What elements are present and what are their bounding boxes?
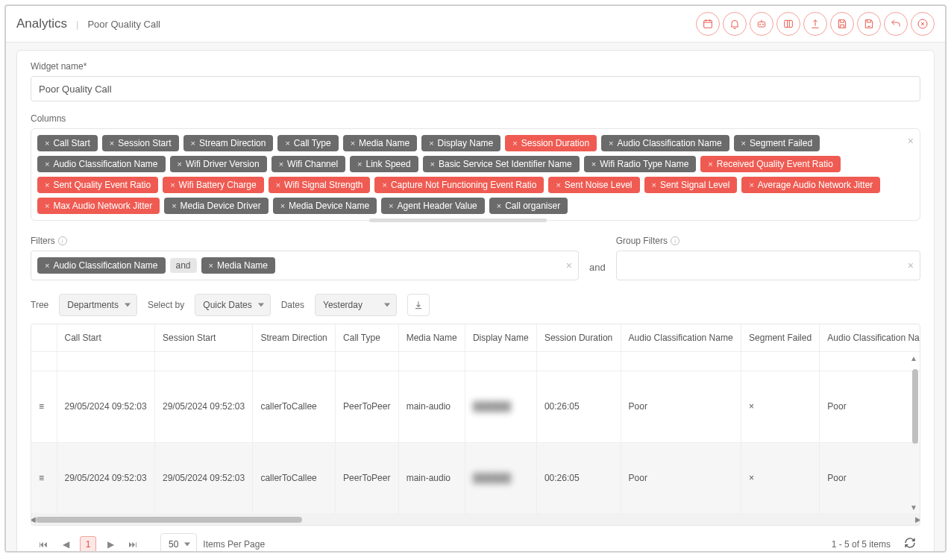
- save-icon[interactable]: [830, 12, 854, 36]
- column-pill[interactable]: ×Average Audio Network Jitter: [741, 177, 880, 193]
- column-header[interactable]: Session Duration: [536, 324, 621, 351]
- column-pill[interactable]: ×Basic Service Set Identifier Name: [423, 156, 580, 172]
- table-row[interactable]: ≡29/05/2024 09:52:0329/05/2024 09:52:03c…: [31, 442, 920, 514]
- bell-icon[interactable]: [723, 12, 747, 36]
- remove-pill-icon[interactable]: ×: [279, 160, 283, 169]
- remove-pill-icon[interactable]: ×: [708, 160, 712, 169]
- widget-name-input[interactable]: [31, 76, 920, 101]
- upload-icon[interactable]: [803, 12, 827, 36]
- remove-pill-icon[interactable]: ×: [285, 139, 289, 148]
- column-filter-cell[interactable]: [465, 351, 536, 371]
- row-drag-handle-icon[interactable]: ≡: [31, 442, 57, 514]
- column-pill[interactable]: ×Call organiser: [489, 198, 568, 214]
- filter-chip[interactable]: ×Media Name: [201, 257, 275, 274]
- column-pill[interactable]: ×Stream Direction: [183, 135, 274, 151]
- remove-pill-icon[interactable]: ×: [430, 160, 435, 169]
- column-header[interactable]: Segment Failed: [741, 324, 820, 351]
- remove-chip-icon[interactable]: ×: [209, 261, 213, 270]
- pager-last-icon[interactable]: ⏭: [125, 536, 141, 552]
- remove-pill-icon[interactable]: ×: [512, 139, 517, 148]
- download-icon[interactable]: [407, 294, 430, 316]
- column-pill[interactable]: ×Max Audio Network Jitter: [37, 198, 160, 214]
- remove-pill-icon[interactable]: ×: [591, 160, 596, 169]
- page-size-select[interactable]: 50: [160, 533, 197, 552]
- pager-next-icon[interactable]: ▶: [102, 536, 119, 552]
- remove-pill-icon[interactable]: ×: [556, 180, 560, 189]
- group-filters-clear-icon[interactable]: ×: [908, 259, 914, 271]
- undo-icon[interactable]: [884, 12, 908, 36]
- filters-clear-icon[interactable]: ×: [566, 259, 572, 271]
- vertical-scrollbar[interactable]: [912, 369, 918, 444]
- column-pill[interactable]: ×Sent Quality Event Ratio: [37, 177, 158, 193]
- column-pill[interactable]: ×Segment Failed: [734, 135, 820, 151]
- column-header[interactable]: Stream Direction: [253, 324, 336, 351]
- close-icon[interactable]: [911, 12, 935, 36]
- save-as-icon[interactable]: [857, 12, 881, 36]
- pager-current-page[interactable]: 1: [80, 536, 96, 552]
- remove-pill-icon[interactable]: ×: [45, 180, 49, 189]
- columns-pillbox[interactable]: × ×Call Start×Session Start×Stream Direc…: [31, 128, 920, 221]
- column-header[interactable]: Call Start: [57, 324, 154, 351]
- column-pill[interactable]: ×Sent Signal Level: [644, 177, 738, 193]
- column-filter-cell[interactable]: [536, 351, 621, 371]
- remove-pill-icon[interactable]: ×: [45, 201, 49, 210]
- column-header[interactable]: Audio Classification Name: [621, 324, 741, 351]
- filters-input[interactable]: ×Audio Classification Nameand×Media Name…: [31, 251, 579, 280]
- remove-pill-icon[interactable]: ×: [652, 180, 656, 189]
- select-by-select[interactable]: Quick Dates: [195, 294, 270, 316]
- robot-icon[interactable]: [750, 12, 773, 36]
- scroll-down-icon[interactable]: ▼: [910, 503, 917, 512]
- remove-pill-icon[interactable]: ×: [429, 139, 433, 148]
- remove-pill-icon[interactable]: ×: [45, 160, 49, 169]
- pillbox-clear-icon[interactable]: ×: [908, 135, 914, 147]
- column-pill[interactable]: ×Session Start: [102, 135, 179, 151]
- refresh-icon[interactable]: [904, 537, 916, 551]
- scroll-up-icon[interactable]: ▲: [910, 354, 917, 362]
- column-filter-cell[interactable]: [57, 351, 154, 371]
- column-pill[interactable]: ×Audio Classification Name: [37, 156, 166, 172]
- column-pill[interactable]: ×Media Name: [343, 135, 417, 151]
- table-row[interactable]: ≡29/05/2024 09:52:0329/05/2024 09:52:03c…: [31, 371, 920, 442]
- remove-pill-icon[interactable]: ×: [497, 201, 501, 210]
- remove-pill-icon[interactable]: ×: [178, 160, 182, 169]
- pager-prev-icon[interactable]: ◀: [57, 536, 74, 552]
- remove-pill-icon[interactable]: ×: [280, 201, 285, 210]
- row-drag-handle-icon[interactable]: ≡: [31, 371, 57, 442]
- column-pill[interactable]: ×Media Device Name: [273, 198, 377, 214]
- column-filter-cell[interactable]: [741, 351, 820, 371]
- tree-select[interactable]: Departments: [59, 294, 137, 316]
- column-pill[interactable]: ×Wifi Battery Charge: [163, 177, 263, 193]
- column-filter-cell[interactable]: [820, 351, 920, 371]
- column-pill[interactable]: ×Sent Noise Level: [548, 177, 639, 193]
- remove-pill-icon[interactable]: ×: [357, 160, 362, 169]
- column-filter-cell[interactable]: [621, 351, 741, 371]
- column-pill[interactable]: ×Call Start: [37, 135, 98, 151]
- column-header[interactable]: Media Name: [398, 324, 465, 351]
- dates-select[interactable]: Yesterday: [315, 294, 397, 316]
- column-pill[interactable]: ×Wifi Channel: [272, 156, 345, 172]
- filter-chip[interactable]: ×Audio Classification Name: [37, 257, 166, 274]
- remove-pill-icon[interactable]: ×: [170, 180, 175, 189]
- column-header[interactable]: Call Type: [336, 324, 399, 351]
- columns-icon[interactable]: [776, 12, 800, 36]
- remove-pill-icon[interactable]: ×: [389, 201, 393, 210]
- column-pill[interactable]: ×Audio Classification Name: [601, 135, 729, 151]
- remove-pill-icon[interactable]: ×: [749, 180, 753, 189]
- column-header[interactable]: Session Start: [154, 324, 252, 351]
- info-icon[interactable]: i: [671, 236, 679, 245]
- pager-first-icon[interactable]: ⏮: [35, 536, 51, 552]
- column-pill[interactable]: ×Capture Not Functioning Event Ratio: [374, 177, 544, 193]
- remove-pill-icon[interactable]: ×: [45, 139, 49, 148]
- calendar-icon[interactable]: [696, 12, 720, 36]
- column-pill[interactable]: ×Link Speed: [350, 156, 418, 172]
- group-filters-input[interactable]: ×: [616, 251, 920, 280]
- remove-pill-icon[interactable]: ×: [382, 180, 386, 189]
- column-pill[interactable]: ×Display Name: [421, 135, 500, 151]
- remove-pill-icon[interactable]: ×: [609, 139, 613, 148]
- column-filter-cell[interactable]: [253, 351, 336, 371]
- remove-pill-icon[interactable]: ×: [741, 139, 746, 148]
- column-pill[interactable]: ×Agent Header Value: [381, 198, 485, 214]
- column-filter-cell[interactable]: [336, 351, 399, 371]
- column-filter-cell[interactable]: [154, 351, 252, 371]
- remove-pill-icon[interactable]: ×: [276, 180, 280, 189]
